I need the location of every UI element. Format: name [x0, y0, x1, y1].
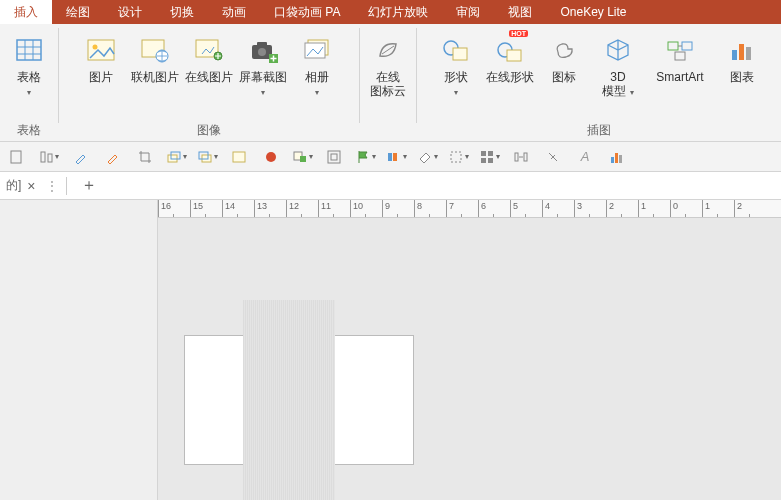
- qat-color-button[interactable]: ▾: [386, 149, 407, 165]
- online-picture-label: 联机图片: [131, 70, 179, 98]
- tab-insert[interactable]: 插入: [0, 0, 52, 24]
- svg-rect-27: [11, 151, 21, 163]
- qat-align-button[interactable]: ▾: [38, 146, 60, 168]
- svg-rect-47: [515, 153, 518, 161]
- qat-distribute-button[interactable]: [510, 146, 532, 168]
- qat-eyedrop1-button[interactable]: [70, 146, 92, 168]
- online-shapes-icon: HOT: [492, 32, 528, 68]
- qat-layer-button[interactable]: ▾: [166, 149, 187, 165]
- table-button[interactable]: 表格▾: [3, 28, 55, 100]
- svg-rect-50: [615, 153, 618, 163]
- qat-send-button[interactable]: ▾: [197, 149, 218, 165]
- chart-icon: [724, 32, 760, 68]
- qat-link-button[interactable]: [542, 146, 564, 168]
- tab-view[interactable]: 视图: [494, 0, 546, 24]
- svg-rect-22: [675, 52, 685, 60]
- ribbon-tabs: 插入 绘图 设计 切换 动画 口袋动画 PA 幻灯片放映 审阅 视图 OneKe…: [0, 0, 781, 24]
- qat-picture-button[interactable]: [228, 146, 250, 168]
- group-tables: 表格▾ 表格: [0, 24, 58, 141]
- web-picture-button[interactable]: 在线图片: [183, 28, 235, 100]
- svg-rect-48: [524, 153, 527, 161]
- dropdown-arrow-icon: ▾: [315, 88, 319, 97]
- svg-rect-17: [453, 48, 467, 60]
- svg-rect-38: [328, 151, 340, 163]
- 3d-model-button[interactable]: 3D 模型 ▾: [592, 28, 644, 100]
- picture-label: 图片: [89, 70, 113, 98]
- shapes-button[interactable]: 形状▾: [430, 28, 482, 100]
- doc-new-button[interactable]: ＋: [71, 175, 107, 196]
- online-picture-button[interactable]: 联机图片: [129, 28, 181, 100]
- web-picture-label: 在线图片: [185, 70, 233, 98]
- qat-circle-button[interactable]: [260, 146, 282, 168]
- qat-bars-button[interactable]: [606, 146, 628, 168]
- qat-eraser-button[interactable]: ▾: [417, 149, 438, 165]
- hot-badge: HOT: [509, 30, 528, 37]
- table-icon: [11, 32, 47, 68]
- shapes-icon: [438, 32, 474, 68]
- doc-more-button[interactable]: ⋮: [42, 179, 62, 193]
- leaf-icon: [370, 32, 406, 68]
- group-illustration: 形状▾ HOT 在线形状 图标 3D 模型 ▾ SmartArt: [417, 24, 781, 141]
- online-shapes-label: 在线形状: [486, 70, 534, 98]
- chart-button[interactable]: 图表: [716, 28, 768, 100]
- svg-point-12: [258, 48, 266, 56]
- dropdown-arrow-icon: ▾: [27, 88, 31, 97]
- stage: 16151413121110987654321012: [0, 200, 781, 500]
- picture-button[interactable]: 图片: [75, 28, 127, 100]
- qat-text-button[interactable]: A: [574, 146, 596, 168]
- tab-onekey[interactable]: OneKey Lite: [546, 0, 640, 24]
- svg-rect-28: [41, 152, 45, 162]
- svg-rect-11: [257, 42, 267, 46]
- screenshot-button[interactable]: 屏幕截图▾: [237, 28, 289, 100]
- icon-cloud-button[interactable]: 在线 图标云: [362, 28, 414, 98]
- svg-rect-45: [481, 158, 486, 163]
- qat-select-button[interactable]: ▾: [448, 149, 469, 165]
- tab-design[interactable]: 设计: [104, 0, 156, 24]
- svg-rect-39: [331, 154, 337, 160]
- qat-crop-button[interactable]: [134, 146, 156, 168]
- svg-rect-21: [682, 42, 692, 50]
- smartart-button[interactable]: SmartArt: [646, 28, 714, 100]
- svg-rect-40: [388, 153, 392, 161]
- tab-review[interactable]: 审阅: [442, 0, 494, 24]
- svg-rect-29: [48, 154, 52, 162]
- svg-rect-20: [668, 42, 678, 50]
- svg-rect-42: [451, 152, 461, 162]
- quick-toolbar: ▾ ▾ ▾ ▾ ▾ ▾ ▾ ▾ ▾ A: [0, 142, 781, 172]
- tab-draw[interactable]: 绘图: [52, 0, 104, 24]
- tab-animation[interactable]: 动画: [208, 0, 260, 24]
- qat-format-button[interactable]: [323, 146, 345, 168]
- doc-name-suffix: 的]: [6, 177, 21, 194]
- qat-flag-button[interactable]: ▾: [355, 149, 376, 165]
- thumbnail-pane[interactable]: [0, 200, 158, 500]
- vertical-divider-pane: [243, 300, 335, 500]
- smartart-icon: [662, 32, 698, 68]
- tab-transition[interactable]: 切换: [156, 0, 208, 24]
- qat-convert-button[interactable]: ▾: [292, 149, 313, 165]
- screenshot-icon: [245, 32, 281, 68]
- icons-button[interactable]: 图标: [538, 28, 590, 100]
- dropdown-arrow-icon: ▾: [630, 88, 634, 97]
- cube-icon: [600, 32, 636, 68]
- svg-rect-43: [481, 151, 486, 156]
- svg-point-6: [93, 45, 98, 50]
- table-label: 表格: [17, 70, 41, 84]
- qat-new-button[interactable]: [6, 146, 28, 168]
- doc-close-button[interactable]: ×: [21, 178, 41, 194]
- album-icon: [299, 32, 335, 68]
- slide-canvas[interactable]: [180, 300, 490, 490]
- duck-icon: [546, 32, 582, 68]
- qat-grid-button[interactable]: ▾: [479, 149, 500, 165]
- 3d-label: 3D 模型: [602, 70, 626, 98]
- tab-slideshow[interactable]: 幻灯片放映: [354, 0, 442, 24]
- qat-eyedrop2-button[interactable]: [102, 146, 124, 168]
- album-label: 相册: [305, 70, 329, 84]
- tab-pa[interactable]: 口袋动画 PA: [260, 0, 354, 24]
- icons-label: 图标: [552, 70, 576, 98]
- album-button[interactable]: 相册▾: [291, 28, 343, 100]
- online-shapes-button[interactable]: HOT 在线形状: [484, 28, 536, 100]
- smartart-label: SmartArt: [656, 70, 703, 98]
- web-picture-icon: [191, 32, 227, 68]
- horizontal-ruler: 16151413121110987654321012: [158, 200, 781, 218]
- svg-rect-49: [611, 157, 614, 163]
